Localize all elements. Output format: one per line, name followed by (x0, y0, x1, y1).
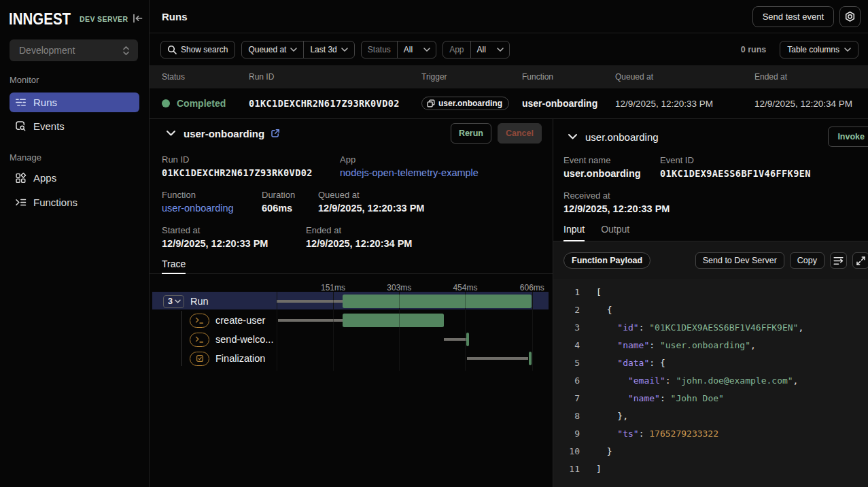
event-detail-header: user.onboarding Invoke (553, 119, 868, 147)
event-actions: Invoke (828, 127, 857, 147)
nav-section-manage: Manage (10, 152, 149, 163)
expand-steps-badge[interactable]: 3 (163, 295, 184, 308)
app-filter-group: App All (442, 41, 510, 58)
duration-bar (466, 333, 469, 346)
field-value: 606ms (262, 203, 318, 214)
line-number: 11 (553, 460, 580, 478)
select-updown-icon (122, 46, 130, 56)
app-filter-dropdown[interactable]: All (470, 41, 509, 58)
run-actions: Rerun Cancel (451, 123, 542, 144)
time-range-dropdown[interactable]: Last 3d (303, 41, 353, 58)
run-table-row[interactable]: Completed 01KC1DEXCHR2N617Z93RK0VD02 use… (150, 88, 868, 118)
tab-input[interactable]: Input (563, 224, 585, 241)
table-columns-button[interactable]: Table columns (780, 41, 858, 58)
chevron-down-icon (341, 48, 348, 52)
collapse-event-chevron-icon[interactable] (568, 133, 578, 140)
code-line: 1[ (553, 284, 868, 301)
code-line: 9 "ts": 1765279233322 (553, 425, 868, 443)
code-text: } (596, 443, 612, 460)
trace-row-name: create-user (215, 315, 265, 326)
run-fields-row-1: Run ID 01KC1DEXCHR2N617Z93RK0VD02 App no… (150, 155, 553, 178)
code-text: [ (596, 284, 602, 301)
duration-bar (343, 295, 532, 308)
sidebar: INNGEST DEV SERVER Development Monitor R… (0, 0, 150, 487)
field-value: 12/9/2025, 12:20:33 PM (318, 203, 424, 214)
chevron-down-icon (423, 48, 430, 52)
field-value: 12/9/2025, 12:20:34 PM (306, 238, 412, 249)
sidebar-item-label: Runs (33, 97, 57, 108)
trigger-chip-label: user.onboarding (438, 99, 502, 108)
time-range-value: Last 3d (310, 45, 336, 54)
sidebar-item-functions[interactable]: Functions (10, 192, 139, 212)
wait-bar (467, 357, 529, 360)
trace-row-name: Finalization (215, 353, 265, 364)
invoke-button[interactable]: Invoke (828, 127, 868, 147)
search-icon (167, 45, 177, 54)
show-search-button[interactable]: Show search (160, 41, 235, 58)
status-filter-dropdown[interactable]: All (397, 41, 436, 58)
collapse-run-chevron-icon[interactable] (166, 130, 176, 137)
code-text: "id": "01KC1DEX9AESS6BF1V46FFK9EN", (596, 319, 803, 337)
trigger-chip[interactable]: user.onboarding (421, 97, 509, 110)
trace-row-step[interactable]: Finalization (190, 349, 265, 368)
runs-table-header: Status Run ID Trigger Function Queued at… (150, 65, 868, 88)
line-number: 1 (553, 284, 580, 301)
field-label: Event ID (660, 156, 811, 165)
duration-bar (529, 352, 532, 365)
expand-icon (856, 256, 865, 265)
function-link[interactable]: user-onboarding (162, 203, 262, 214)
main-area: Runs Send test event Show search Queued … (150, 0, 868, 487)
table-columns-label: Table columns (787, 45, 839, 54)
step-run-icon (190, 333, 209, 347)
event-copy-icon (427, 99, 435, 107)
collapse-sidebar-icon[interactable] (132, 13, 143, 24)
function-cell[interactable]: user-onboarding (522, 98, 615, 109)
field-value: 01KC1DEXCHR2N617Z93RK0VD02 (162, 167, 340, 178)
events-icon (15, 120, 27, 132)
app-link[interactable]: nodejs-open-telemetry-example (340, 167, 479, 178)
event-id-field: Event ID 01KC1DEX9AESS6BF1V46FFK9EN (660, 156, 811, 179)
line-number: 8 (553, 407, 580, 425)
tab-output[interactable]: Output (601, 224, 629, 241)
queued-at-dropdown[interactable]: Queued at (242, 41, 303, 58)
sidebar-item-runs[interactable]: Runs (10, 93, 139, 112)
received-at-field: Received at 12/9/2025, 12:20:33 PM (563, 191, 670, 214)
sidebar-item-events[interactable]: Events (10, 116, 139, 136)
expand-button[interactable] (852, 252, 868, 269)
send-test-event-button[interactable]: Send test event (752, 6, 834, 27)
field-label: Ended at (306, 226, 412, 235)
trace-row-name: send-welco... (215, 334, 273, 345)
tab-trace[interactable]: Trace (162, 259, 186, 273)
sidebar-item-label: Apps (33, 172, 56, 184)
payload-code-editor[interactable]: 1[2 {3 "id": "01KC1DEX9AESS6BF1V46FFK9EN… (553, 279, 868, 487)
field-label: App (340, 155, 479, 165)
line-number: 6 (553, 372, 580, 390)
gridline-overlay (465, 292, 466, 371)
code-text: "name": "John Doe" (596, 390, 724, 407)
run-id-value: 01KC1DEXCHR2N617Z93RK0VD02 (249, 98, 421, 109)
rerun-button[interactable]: Rerun (451, 123, 491, 144)
gridline-overlay (532, 292, 533, 371)
col-function: Function (522, 72, 615, 82)
field-label: Started at (162, 226, 306, 235)
trace-row-run[interactable]: 3Run (163, 292, 209, 311)
status-value: All (404, 45, 413, 54)
trace-row-step[interactable]: send-welco... (190, 330, 273, 349)
nav-section-monitor: Monitor (10, 75, 149, 85)
trace-row-step[interactable]: create-user (190, 311, 265, 330)
copy-button[interactable]: Copy (790, 252, 824, 269)
queued-at-label: Queued at (248, 45, 286, 54)
event-fields-row-2: Received at 12/9/2025, 12:20:33 PM (553, 191, 868, 214)
settings-button[interactable] (839, 6, 861, 27)
status-filter-group: Status All (361, 41, 436, 58)
trigger-cell: user.onboarding (421, 97, 522, 110)
trace-row-bars[interactable] (150, 292, 553, 311)
cancel-button[interactable]: Cancel (498, 123, 542, 144)
code-text: "data": { (596, 354, 665, 372)
external-link-icon[interactable] (271, 129, 280, 138)
send-to-dev-server-button[interactable]: Send to Dev Server (695, 252, 784, 269)
sidebar-item-apps[interactable]: Apps (10, 168, 139, 188)
page-title: Runs (162, 11, 188, 22)
word-wrap-button[interactable] (830, 252, 847, 269)
environment-select[interactable]: Development (10, 39, 138, 61)
